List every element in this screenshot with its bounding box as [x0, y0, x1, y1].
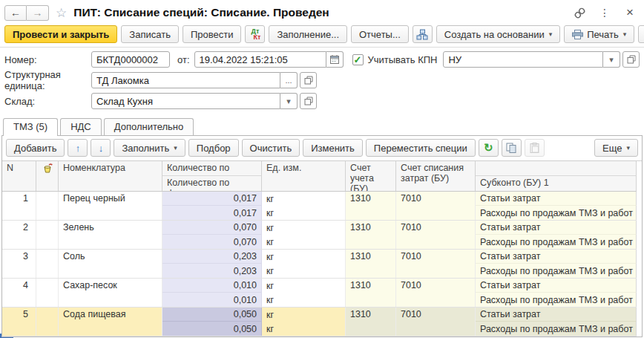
row-unit-norm[interactable]: кг — [262, 250, 346, 264]
row-unit-fact[interactable]: кг — [262, 293, 346, 307]
table-row[interactable]: 4Сахар-песок0,0100,010кгкг13107010Статьи… — [2, 279, 637, 308]
row-unit-norm[interactable]: кг — [262, 279, 346, 293]
row-qty-norm[interactable]: 0,203 — [162, 250, 262, 264]
copy-icon — [506, 143, 516, 153]
row-nomenclature[interactable]: Сода пищевая — [59, 308, 162, 336]
row-subconto-type[interactable]: Статьи затрат — [476, 192, 637, 206]
row-unit-fact[interactable]: кг — [262, 264, 346, 278]
link-icon[interactable] — [573, 6, 586, 19]
row-nomenclature[interactable]: Зелень — [59, 221, 162, 249]
structural-unit-choose-button[interactable]: ... — [280, 72, 298, 88]
kpn-checkbox[interactable]: ✓ — [352, 54, 364, 65]
move-up-button[interactable]: ↑ — [68, 139, 88, 157]
table-row[interactable]: 1Перец черный0,0170,017кгкг13107010Стать… — [2, 192, 637, 221]
row-icon-cell — [36, 221, 59, 249]
edit-button[interactable]: Изменить — [303, 139, 363, 157]
row-subconto-value[interactable]: Расходы по продажам ТМЗ и работ — [476, 293, 637, 307]
row-unit-norm[interactable]: кг — [262, 308, 346, 322]
close-icon[interactable]: × — [623, 6, 637, 19]
refresh-button[interactable]: ↻ — [479, 139, 499, 157]
tab-tmz[interactable]: ТМЗ (5) — [3, 118, 58, 136]
tax-open-button[interactable] — [622, 51, 640, 68]
clear-button[interactable]: Очистить — [242, 139, 300, 157]
favorite-star-icon[interactable]: ☆ — [56, 7, 67, 19]
forward-button[interactable]: → — [27, 5, 49, 21]
row-expense-account[interactable]: 7010 — [396, 221, 476, 249]
row-subconto-type[interactable]: Статьи затрат — [476, 221, 637, 235]
row-qty-fact[interactable]: 0,203 — [162, 264, 262, 278]
number-input[interactable] — [91, 51, 170, 68]
row-unit-norm[interactable]: кг — [262, 221, 346, 235]
row-qty-fact[interactable]: 0,017 — [162, 206, 262, 220]
kpn-checkbox-label[interactable]: Учитывать КПН — [368, 54, 438, 65]
copy-button[interactable] — [502, 139, 522, 157]
move-down-button[interactable]: ↓ — [91, 139, 111, 157]
row-subconto-value[interactable]: Расходы по продажам ТМЗ и работ — [476, 206, 637, 220]
row-icon-cell — [36, 250, 59, 278]
date-input[interactable] — [194, 51, 326, 68]
row-account[interactable]: 1310 — [346, 250, 396, 278]
post-button[interactable]: Провести — [183, 25, 242, 43]
move-spices-button[interactable]: Переместить специи — [366, 139, 476, 157]
dtkt-button[interactable]: ДтКт — [245, 25, 265, 43]
row-qty-norm[interactable]: 0,017 — [162, 192, 262, 206]
row-expense-account[interactable]: 7010 — [396, 192, 476, 220]
print-button[interactable]: Печать▾ — [564, 25, 634, 43]
fill-table-button[interactable]: Заполнить▾ — [114, 139, 185, 157]
row-subconto-value[interactable]: Расходы по продажам ТМЗ и работ — [476, 264, 637, 278]
more-button[interactable]: Еще▾ — [638, 25, 644, 43]
tab-additional[interactable]: Дополнительно — [104, 118, 194, 135]
related-documents-button[interactable] — [413, 25, 433, 43]
row-account[interactable]: 1310 — [346, 192, 396, 220]
row-account[interactable]: 1310 — [346, 221, 396, 249]
reports-button[interactable]: Отчеты... — [351, 25, 409, 43]
tmz-tab-panel: Добавить ↑ ↓ Заполнить▾ Подбор Очистить … — [1, 135, 643, 337]
row-number: 1 — [2, 192, 36, 220]
row-subconto-type[interactable]: Статьи затрат — [476, 279, 637, 293]
paste-button[interactable] — [525, 139, 545, 157]
row-unit-fact[interactable]: кг — [262, 235, 346, 249]
more-vertical-icon[interactable]: ⋮ — [598, 6, 611, 19]
tax-accounting-input[interactable] — [443, 51, 603, 68]
tax-dropdown-button[interactable]: ▾ — [603, 51, 620, 68]
tab-nds[interactable]: НДС — [60, 118, 102, 135]
row-unit-fact[interactable]: кг — [262, 206, 346, 220]
row-unit-norm[interactable]: кг — [262, 192, 346, 206]
warehouse-open-button[interactable] — [300, 93, 317, 109]
calendar-button[interactable] — [326, 51, 344, 68]
row-subconto-type[interactable]: Статьи затрат — [476, 308, 637, 322]
create-based-on-button[interactable]: Создать на основании▾ — [436, 25, 560, 43]
table-more-button[interactable]: Еще▾ — [594, 139, 638, 157]
row-unit-fact[interactable]: кг — [262, 322, 346, 336]
row-account[interactable]: 1310 — [346, 279, 396, 307]
row-nomenclature[interactable]: Соль — [59, 250, 162, 278]
row-subconto-value[interactable]: Расходы по продажам ТМЗ и работ — [476, 322, 637, 336]
row-qty-fact[interactable]: 0,070 — [162, 235, 262, 249]
save-button[interactable]: Записать — [121, 25, 179, 43]
structural-unit-open-button[interactable] — [300, 72, 317, 88]
row-qty-fact[interactable]: 0,010 — [162, 293, 262, 307]
post-and-close-button[interactable]: Провести и закрыть — [4, 25, 117, 43]
row-nomenclature[interactable]: Сахар-песок — [59, 279, 162, 307]
table-row[interactable]: 3Соль0,2030,203кгкг13107010Статьи затрат… — [2, 250, 637, 279]
row-expense-account[interactable]: 7010 — [396, 250, 476, 278]
row-nomenclature[interactable]: Перец черный — [59, 192, 162, 220]
table-row[interactable]: 2Зелень0,0700,070кгкг13107010Статьи затр… — [2, 221, 637, 250]
back-button[interactable]: ← — [4, 5, 27, 21]
fill-button[interactable]: Заполнение... — [269, 25, 347, 43]
row-expense-account[interactable]: 7010 — [396, 279, 476, 307]
structural-unit-input[interactable] — [91, 72, 280, 88]
pick-button[interactable]: Подбор — [188, 139, 239, 157]
row-account[interactable]: 1310 — [346, 308, 396, 336]
row-qty-norm[interactable]: 0,050 — [162, 308, 262, 322]
table-row[interactable]: 5Сода пищевая0,0500,050кгкг13107010Стать… — [2, 308, 637, 337]
add-row-button[interactable]: Добавить — [6, 139, 65, 157]
row-qty-norm[interactable]: 0,070 — [162, 221, 262, 235]
warehouse-input[interactable] — [91, 93, 280, 109]
row-qty-norm[interactable]: 0,010 — [162, 279, 262, 293]
row-subconto-type[interactable]: Статьи затрат — [476, 250, 637, 264]
row-qty-fact[interactable]: 0,050 — [162, 322, 262, 336]
row-subconto-value[interactable]: Расходы по продажам ТМЗ и работ — [476, 235, 637, 249]
warehouse-dropdown-button[interactable]: ▾ — [280, 93, 298, 109]
row-expense-account[interactable]: 7010 — [396, 308, 476, 336]
